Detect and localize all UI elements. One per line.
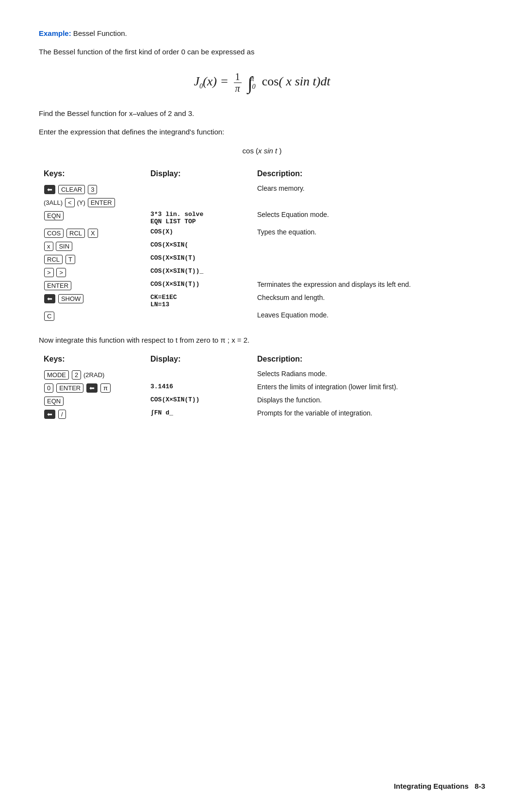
key-rcl: RCL [66, 229, 85, 238]
desc-cell: Enters the limits of integration (lower … [252, 381, 485, 395]
key-enter2: ENTER [44, 281, 71, 290]
table-row: RCL T COS(X×SIN(T) [39, 253, 485, 266]
table-row: EQN COS(X×SIN(T)) Displays the function. [39, 395, 485, 408]
example-header: Example: Bessel Function. [39, 29, 485, 37]
keys-cell: RCL T [39, 253, 146, 266]
instruction-table-2: Keys: Display: Description: MODE 2 (2RAD… [39, 352, 485, 421]
key-cos: COS [44, 229, 64, 238]
keys-cell: C [39, 310, 146, 323]
key-x: X [88, 229, 98, 238]
display-cell [146, 183, 252, 196]
keys-cell: ⬅ CLEAR 3 [39, 183, 146, 196]
table-row: 0 ENTER ⬅ π 3.1416 Enters the limits of … [39, 381, 485, 395]
table-row: (3ALL) < (Y) ENTER [39, 196, 485, 209]
desc-cell: Checksum and length. [252, 292, 485, 310]
table-row: ⬅ SHOW CK=E1EC LN=13 Checksum and length… [39, 292, 485, 310]
display-cell [146, 368, 252, 381]
keys-cell: x SIN [39, 240, 146, 253]
table-row: x SIN COS(X×SIN( [39, 240, 485, 253]
formula-fraction: 1 π [233, 71, 241, 94]
display-cell: COS(X) [146, 227, 252, 240]
key-x2: x [44, 242, 53, 251]
keys-cell: MODE 2 (2RAD) [39, 368, 146, 381]
key-sin: SIN [56, 242, 72, 251]
desc-cell: Displays the function. [252, 395, 485, 408]
display-cell [146, 310, 252, 323]
display-cell: COS(X×SIN( [146, 240, 252, 253]
key-clear: CLEAR [58, 185, 85, 194]
formula-integral: ∫π0 [246, 74, 259, 88]
table-row: ENTER COS(X×SIN(T)) Terminates the expre… [39, 279, 485, 292]
footer-section: Integrating Equations [394, 782, 469, 790]
table-row: MODE 2 (2RAD) Selects Radians mode. [39, 368, 485, 381]
fraction-denominator: π [233, 83, 241, 94]
key-eqn2: EQN [44, 397, 64, 406]
key-mode: MODE [44, 370, 69, 380]
intro-text-2: Find the Bessel function for x–values of… [39, 108, 485, 119]
key-back4: ⬅ [44, 410, 55, 419]
key-t: T [66, 255, 75, 264]
col-header-desc-1: Description: [252, 166, 485, 183]
key-enter-1: ENTER [88, 198, 115, 207]
display-cell: 3*3 lin. solve EQN LIST TOP [146, 209, 252, 227]
table-row: ⬅ CLEAR 3 Clears memory. [39, 183, 485, 196]
intro-text-3: Enter the expression that defines the in… [39, 126, 485, 138]
desc-cell [252, 253, 485, 266]
example-title: Bessel Function. [71, 29, 127, 37]
table-row: > > COS(X×SIN(T))_ [39, 266, 485, 279]
key-left: < [65, 198, 75, 207]
between-text: Now integrate this function with respect… [39, 334, 485, 346]
intro-text-1: The Bessel function of the first kind of… [39, 46, 485, 58]
display-cell: 3.1416 [146, 381, 252, 395]
keys-cell: 0 ENTER ⬅ π [39, 381, 146, 395]
desc-cell: Leaves Equation mode. [252, 310, 485, 323]
key-pi: π [100, 383, 111, 393]
desc-cell: Types the equation. [252, 227, 485, 240]
table-row: COS RCL X COS(X) Types the equation. [39, 227, 485, 240]
display-cell: COS(X×SIN(T)) [146, 279, 252, 292]
keys-cell: EQN [39, 209, 146, 227]
display-cell: COS(X×SIN(T))_ [146, 266, 252, 279]
display-cell [146, 196, 252, 209]
col-header-desc-2: Description: [252, 352, 485, 368]
key-enter3: ENTER [56, 383, 83, 393]
key-back2: ⬅ [44, 294, 55, 303]
desc-cell: Terminates the expression and displays i… [252, 279, 485, 292]
key-eqn-1: EQN [44, 211, 64, 220]
footer-page: 8-3 [475, 782, 485, 790]
key-c: C [44, 312, 54, 321]
key-slash: / [58, 410, 66, 419]
page-footer: Integrating Equations 8-3 [394, 782, 485, 790]
formula-lhs: J0(x) = [194, 74, 231, 88]
formula-block: J0(x) = 1 π ∫π0 cos( x sin t)dt [39, 71, 485, 94]
col-header-display-1: Display: [146, 166, 252, 183]
key-right1: > [44, 268, 54, 277]
key-purple-back: ⬅ [44, 185, 55, 194]
display-cell: CK=E1EC LN=13 [146, 292, 252, 310]
desc-cell: Selects Radians mode. [252, 368, 485, 381]
table-row: EQN 3*3 lin. solve EQN LIST TOP Selects … [39, 209, 485, 227]
keys-cell: COS RCL X [39, 227, 146, 240]
key-right2: > [56, 268, 66, 277]
desc-cell: Selects Equation mode. [252, 209, 485, 227]
desc-cell: Clears memory. [252, 183, 485, 196]
keys-cell: ⬅ / [39, 408, 146, 421]
display-cell: COS(X×SIN(T) [146, 253, 252, 266]
key-rcl2: RCL [44, 255, 63, 264]
table-row: C Leaves Equation mode. [39, 310, 485, 323]
display-cell: COS(X×SIN(T)) [146, 395, 252, 408]
key-2: 2 [72, 370, 81, 380]
table-row: ⬅ / ∫FN d_ Prompts for the variable of i… [39, 408, 485, 421]
keys-cell: ENTER [39, 279, 146, 292]
key-0: 0 [44, 383, 53, 393]
fraction-numerator: 1 [234, 71, 242, 83]
desc-cell [252, 196, 485, 209]
key-show: SHOW [58, 294, 83, 303]
keys-cell: EQN [39, 395, 146, 408]
keys-cell: ⬅ SHOW [39, 292, 146, 310]
expression-display: cos (x sin t ) [39, 147, 485, 155]
key-3: 3 [88, 185, 97, 194]
key-back3: ⬅ [86, 383, 98, 393]
col-header-keys-1: Keys: [39, 166, 146, 183]
col-header-keys-2: Keys: [39, 352, 146, 368]
